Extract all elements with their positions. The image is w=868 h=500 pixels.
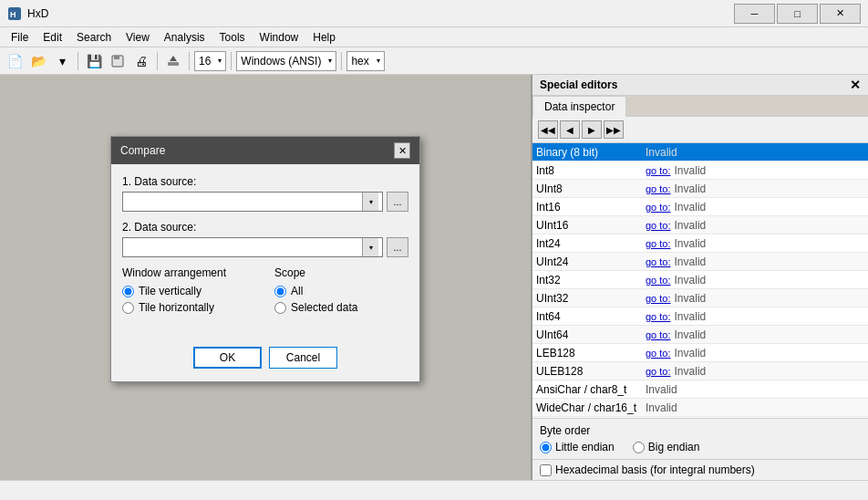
window-arrangement-group: Window arrangement Tile vertically Tile … (122, 266, 256, 318)
goto-link[interactable]: go to: (646, 293, 671, 304)
menu-search[interactable]: Search (69, 29, 119, 46)
save-all-button[interactable] (107, 51, 129, 71)
all-radio[interactable] (274, 286, 286, 297)
big-endian-option: Big endian (633, 441, 700, 453)
panel-close-button[interactable]: ✕ (850, 78, 861, 91)
goto-link[interactable]: go to: (646, 275, 671, 286)
goto-link[interactable]: go to: (646, 220, 671, 231)
menu-view[interactable]: View (119, 29, 157, 46)
selected-data-option: Selected data (274, 301, 408, 314)
little-endian-option: Little endian (540, 441, 615, 453)
browse-2-button[interactable]: ... (387, 237, 408, 257)
nav-next-button[interactable]: ▶ (582, 120, 602, 139)
table-row[interactable]: Int16go to:Invalid (532, 198, 868, 216)
menu-file[interactable]: File (4, 29, 36, 46)
data-source-1-input[interactable] (127, 193, 362, 211)
goto-link[interactable]: go to: (646, 202, 671, 213)
nav-prev-button[interactable]: ◀ (560, 120, 580, 139)
menu-help[interactable]: Help (305, 29, 343, 46)
nav-buttons: ◀◀ ◀ ▶ ▶▶ (532, 117, 868, 143)
selected-data-radio[interactable] (274, 302, 286, 314)
base-dropdown[interactable]: hex ▾ (346, 51, 384, 71)
table-row[interactable]: UInt32go to:Invalid (532, 289, 868, 307)
table-row[interactable]: Int64go to:Invalid (532, 307, 868, 326)
row-value: Invalid (675, 310, 707, 323)
close-button[interactable]: ✕ (820, 4, 861, 24)
export-button[interactable] (162, 51, 184, 71)
goto-link[interactable]: go to: (646, 311, 671, 322)
goto-link[interactable]: go to: (646, 329, 671, 340)
hex-basis-checkbox[interactable] (540, 464, 552, 476)
ok-button[interactable]: OK (193, 347, 262, 369)
open-button[interactable]: 📂 (27, 51, 49, 71)
separator-2 (157, 52, 158, 70)
goto-link[interactable]: go to: (646, 366, 671, 377)
data-source-1-combo[interactable]: ▾ (122, 192, 383, 212)
table-row[interactable]: Int32go to:Invalid (532, 271, 868, 289)
combo-1-arrow[interactable]: ▾ (362, 193, 378, 211)
row-value: Invalid (675, 182, 707, 195)
hex-editor-area: Compare ✕ 1. Data source: ▾ ... 2. Data … (0, 75, 531, 480)
svg-text:H: H (10, 10, 16, 19)
dialog-footer: OK Cancel (111, 339, 419, 381)
row-value: Invalid (675, 164, 707, 177)
menu-bar: File Edit Search View Analysis Tools Win… (0, 27, 868, 47)
goto-link[interactable]: go to: (646, 165, 671, 176)
little-endian-radio[interactable] (540, 442, 552, 453)
tile-vertically-radio[interactable] (122, 286, 134, 297)
new-button[interactable]: 📄 (4, 51, 26, 71)
row-value: Invalid (675, 365, 707, 378)
table-row[interactable]: Binary (8 bit)Invalid (532, 143, 868, 161)
table-row[interactable]: Int8go to:Invalid (532, 161, 868, 180)
cancel-button[interactable]: Cancel (269, 347, 337, 369)
byte-order-options: Little endian Big endian (540, 441, 861, 453)
row-name: AnsiChar / char8_t (536, 383, 646, 396)
menu-tools[interactable]: Tools (212, 29, 253, 46)
data-source-2-input[interactable] (127, 238, 362, 256)
row-value: Invalid (675, 292, 707, 305)
table-row[interactable]: AnsiChar / char8_tInvalid (532, 380, 868, 399)
goto-link[interactable]: go to: (646, 238, 671, 249)
table-row[interactable]: UInt8go to:Invalid (532, 180, 868, 198)
browse-1-button[interactable]: ... (387, 192, 408, 212)
table-row[interactable]: UInt24go to:Invalid (532, 253, 868, 271)
nav-last-button[interactable]: ▶▶ (604, 120, 624, 139)
status-bar (0, 480, 868, 500)
dialog-close-button[interactable]: ✕ (394, 142, 410, 159)
table-row[interactable]: UInt64go to:Invalid (532, 326, 868, 344)
goto-link[interactable]: go to: (646, 183, 671, 194)
table-row[interactable]: LEB128go to:Invalid (532, 344, 868, 362)
tab-data-inspector[interactable]: Data inspector (532, 96, 626, 117)
app-icon: H (7, 6, 22, 21)
goto-link[interactable]: go to: (646, 256, 671, 267)
toolbar: 📄 📂 ▾ 💾 🖨 16 ▾ Windows (ANSI) ▾ hex ▾ (0, 47, 868, 75)
table-row[interactable]: UInt16go to:Invalid (532, 216, 868, 234)
goto-link[interactable]: go to: (646, 348, 671, 359)
window-controls: ─ □ ✕ (734, 4, 861, 24)
menu-analysis[interactable]: Analysis (157, 29, 212, 46)
table-row[interactable]: Int24go to:Invalid (532, 234, 868, 253)
options-row: Window arrangement Tile vertically Tile … (122, 266, 408, 318)
row-value: Invalid (675, 274, 707, 286)
dropdown-arrow[interactable]: ▾ (51, 51, 73, 71)
print-button[interactable]: 🖨 (130, 51, 152, 71)
menu-window[interactable]: Window (253, 29, 306, 46)
tile-horizontally-label: Tile horizontally (139, 301, 214, 314)
table-row[interactable]: WideChar / char16_tInvalid (532, 399, 868, 417)
data-source-2-combo[interactable]: ▾ (122, 237, 383, 257)
data-inspector-table: Binary (8 bit)InvalidInt8go to:InvalidUI… (532, 143, 868, 418)
column-size-dropdown[interactable]: 16 ▾ (194, 51, 226, 71)
big-endian-radio[interactable] (633, 442, 645, 453)
table-row[interactable]: ULEB128go to:Invalid (532, 362, 868, 380)
encoding-dropdown[interactable]: Windows (ANSI) ▾ (236, 51, 336, 71)
data-source-1-row: ▾ ... (122, 192, 408, 212)
combo-2-arrow[interactable]: ▾ (362, 238, 378, 256)
menu-edit[interactable]: Edit (36, 29, 69, 46)
minimize-button[interactable]: ─ (734, 4, 775, 24)
save-button[interactable]: 💾 (83, 51, 105, 71)
tile-horizontally-radio[interactable] (122, 302, 134, 314)
row-value: Invalid (675, 328, 707, 341)
nav-first-button[interactable]: ◀◀ (538, 120, 558, 139)
row-name: UInt16 (536, 219, 646, 232)
maximize-button[interactable]: □ (777, 4, 818, 24)
